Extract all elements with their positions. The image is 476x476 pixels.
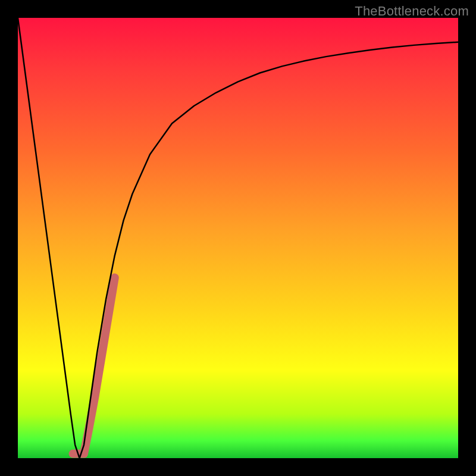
plot-area [18,18,458,458]
chart-frame: TheBottleneck.com [0,0,476,476]
emphasis-segment [73,278,115,454]
curves-svg [18,18,458,458]
watermark-text: TheBottleneck.com [355,4,469,19]
bottleneck-curve [18,18,458,458]
